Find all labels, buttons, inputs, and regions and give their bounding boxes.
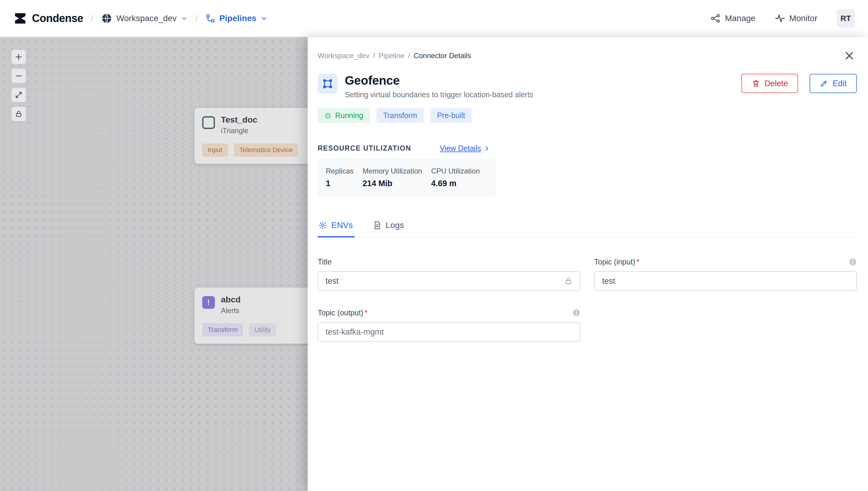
- connector-details-drawer: Workspace_dev / Pipeline / Connector Det…: [308, 37, 868, 491]
- tab-logs-label: Logs: [386, 221, 404, 230]
- alert-icon: [202, 296, 215, 309]
- expand-icon: [15, 91, 23, 99]
- type-badge-label: Pre-built: [437, 111, 465, 120]
- chevron-down-icon: [181, 15, 188, 22]
- monitor-nav[interactable]: Monitor: [775, 13, 817, 24]
- canvas-dim-overlay: [0, 37, 308, 491]
- connector-square-icon: [202, 116, 215, 129]
- type-badge-transform: Transform: [376, 108, 424, 123]
- monitor-nav-label: Monitor: [789, 13, 817, 23]
- required-asterisk: *: [637, 258, 640, 266]
- drawer-breadcrumb: Workspace_dev / Pipeline / Connector Det…: [318, 52, 857, 60]
- metric-label: Replicas: [326, 167, 354, 175]
- metric-value: 4.69 m: [431, 179, 479, 188]
- chevron-down-icon: [261, 15, 267, 22]
- canvas-zoom-controls: [11, 50, 26, 121]
- status-badge-running: Running: [318, 108, 370, 123]
- brand[interactable]: Condense: [13, 11, 83, 25]
- topic-input-value: test: [602, 277, 615, 286]
- monitor-icon: [775, 13, 785, 24]
- close-drawer-button[interactable]: [844, 50, 855, 61]
- topic-output-input[interactable]: test-kafka-mgmt: [318, 322, 581, 342]
- topic-output-field-label: Topic (output)*: [318, 309, 367, 317]
- field-topic-output: Topic (output)* test-kafka-mgmt: [318, 309, 581, 342]
- node-tag: Transform: [202, 323, 243, 337]
- info-icon[interactable]: [572, 309, 581, 317]
- manage-nav[interactable]: Manage: [710, 13, 755, 24]
- geofence-icon: [318, 74, 338, 94]
- breadcrumb-separator: /: [91, 13, 93, 23]
- manage-icon: [710, 13, 721, 24]
- view-details-label: View Details: [440, 144, 481, 153]
- node-title: Test_doc: [221, 115, 257, 125]
- node-tag: Input: [202, 143, 228, 156]
- chevron-right-icon: [483, 145, 490, 152]
- brand-name: Condense: [32, 12, 83, 25]
- breadcrumb-separator: /: [373, 52, 375, 60]
- node-tag: Utility: [249, 323, 276, 337]
- zoom-out-button[interactable]: [11, 69, 26, 83]
- breadcrumb-separator: /: [195, 13, 198, 23]
- status-badge-label: Running: [335, 111, 363, 120]
- minus-icon: [15, 72, 23, 80]
- workspace-menu-label: Workspace_dev: [116, 13, 177, 23]
- pencil-icon: [820, 79, 828, 88]
- title-input[interactable]: test: [318, 271, 581, 291]
- metric-value: 1: [326, 179, 354, 188]
- node-subtitle: Alerts: [221, 306, 241, 315]
- pipeline-canvas[interactable]: Test_doc iTriangle Input Telematics Devi…: [0, 37, 308, 491]
- lock-icon: [15, 110, 23, 118]
- tab-envs-label: ENVs: [331, 221, 353, 230]
- drawer-tabs: ENVs Logs: [318, 221, 857, 238]
- lock-canvas-button[interactable]: [11, 107, 26, 121]
- workspace-menu[interactable]: Workspace_dev: [101, 13, 188, 24]
- fit-view-button[interactable]: [11, 88, 26, 102]
- tab-logs[interactable]: Logs: [372, 221, 406, 237]
- edit-button[interactable]: Edit: [810, 74, 857, 93]
- breadcrumb-workspace[interactable]: Workspace_dev: [318, 52, 369, 60]
- resource-metrics-card: Replicas 1 Memory Utilization 214 Mib CP…: [318, 160, 496, 196]
- plus-icon: [15, 53, 23, 61]
- spinner-icon: [324, 112, 332, 119]
- pipelines-menu[interactable]: Pipelines: [205, 13, 267, 23]
- node-tag: Telematics Device: [234, 143, 298, 156]
- type-badge-label: Transform: [383, 111, 417, 120]
- breadcrumb-pipeline[interactable]: Pipeline: [379, 52, 404, 60]
- user-avatar[interactable]: RT: [837, 9, 855, 27]
- metric-label: CPU Utilization: [431, 167, 479, 175]
- pipelines-icon: [205, 13, 215, 23]
- condense-logo-icon: [13, 11, 27, 25]
- metric-replicas: Replicas 1: [318, 167, 363, 188]
- node-title: abcd: [221, 295, 241, 305]
- edit-button-label: Edit: [833, 79, 847, 88]
- metric-memory: Memory Utilization 214 Mib: [363, 167, 431, 188]
- close-icon: [844, 50, 855, 61]
- manage-nav-label: Manage: [725, 13, 755, 23]
- info-icon[interactable]: [849, 258, 857, 266]
- topic-input-input[interactable]: test: [594, 271, 857, 291]
- title-input-value: test: [326, 277, 339, 286]
- breadcrumb-current: Connector Details: [414, 52, 471, 60]
- node-subtitle: iTriangle: [221, 126, 257, 135]
- delete-button-label: Delete: [764, 79, 788, 88]
- metric-cpu: CPU Utilization 4.69 m: [431, 167, 488, 188]
- breadcrumb-separator: /: [408, 52, 410, 60]
- resource-utilization-heading: RESOURCE UTILIZATION: [318, 144, 411, 152]
- pipelines-menu-label: Pipelines: [219, 13, 256, 23]
- tab-envs[interactable]: ENVs: [318, 221, 355, 237]
- topic-input-field-label: Topic (input)*: [594, 258, 640, 266]
- field-topic-input: Topic (input)* test: [594, 258, 857, 291]
- trash-icon: [752, 79, 760, 88]
- required-asterisk: *: [364, 309, 367, 317]
- view-details-link[interactable]: View Details: [440, 144, 490, 153]
- delete-button[interactable]: Delete: [741, 74, 798, 93]
- field-title: Title test: [318, 258, 581, 291]
- zoom-in-button[interactable]: [11, 50, 26, 64]
- metric-value: 214 Mib: [363, 179, 422, 188]
- document-icon: [373, 221, 382, 230]
- title-field-label: Title: [318, 258, 332, 266]
- connector-title: Geofence: [345, 74, 533, 87]
- globe-icon: [101, 13, 112, 24]
- metric-label: Memory Utilization: [363, 167, 422, 175]
- lock-icon: [564, 277, 572, 285]
